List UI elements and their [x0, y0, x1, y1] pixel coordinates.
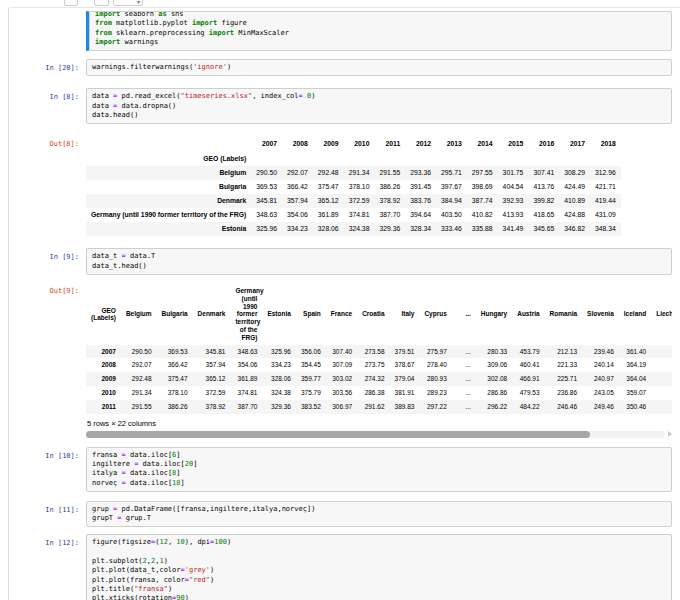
code-cell-in20[interactable]: In [20]: warnings.filterwarnings('ignore…	[9, 59, 680, 76]
code-line: from matplotlib.pyplot import figure	[95, 19, 666, 28]
input-prompt: In [20]:	[9, 59, 86, 73]
cell-type-dropdown[interactable]: ▾	[113, 0, 143, 6]
code-line: grup = pd.DataFrame([fransa,ingiltere,it…	[92, 505, 666, 514]
code-editor[interactable]: import seaborn as snsfrom matplotlib.pyp…	[89, 11, 672, 51]
cell-input-area: warnings.filterwarnings('ignore')	[86, 59, 672, 76]
code-line: plt.title("fransa")	[92, 585, 666, 594]
output-prompt: Out[8]:	[9, 135, 86, 149]
output-area: GEO (Labels)BelgiumBulgariaDenmarkGerman…	[86, 282, 672, 438]
code-editor[interactable]: data_t = data.Tdata_t.head()	[86, 248, 672, 275]
table-row: Denmark345.81357.94365.12372.59378.92383…	[86, 194, 621, 208]
output-area: 2007200820092010201120122013201420152016…	[86, 135, 672, 236]
cell-input-area: import seaborn as snsfrom matplotlib.pyp…	[86, 11, 672, 51]
code-line: data = data.dropna()	[92, 102, 666, 111]
scrollbar-thumb[interactable]	[86, 431, 590, 438]
code-line: plt.plot(fransa, color="red")	[92, 576, 666, 585]
scrollbar-track[interactable]	[86, 431, 665, 438]
code-line: data_t = data.T	[92, 252, 666, 261]
code-line: plt.plot(data_t,color='grey')	[92, 566, 666, 575]
chevron-down-icon: ▾	[137, 0, 140, 5]
code-line: italya = data.iloc[8]	[92, 469, 666, 478]
code-line: from sklearn.preprocessing import MinMax…	[95, 29, 666, 38]
code-line: data.head()	[92, 111, 666, 120]
horizontal-scrollbar	[86, 431, 672, 438]
code-line: norveç = data.iloc[18]	[92, 479, 666, 488]
input-prompt: In [9]:	[9, 248, 86, 262]
code-cell-imports[interactable]: import seaborn as snsfrom matplotlib.pyp…	[9, 11, 680, 51]
cell-input-area: data_t = data.Tdata_t.head()	[86, 248, 672, 275]
code-editor[interactable]: grup = pd.DataFrame([fransa,ingiltere,it…	[86, 501, 672, 528]
code-line: plt.xticks(rotation=90)	[92, 594, 666, 600]
output-prompt: Out[9]:	[9, 282, 86, 296]
code-line: data = pd.read_excel("timeseries.xlsx", …	[92, 92, 666, 101]
code-line: import warnings	[95, 38, 666, 47]
scroll-right-arrow-icon[interactable]	[668, 431, 672, 437]
output-cell-out8: Out[8]: 20072008200920102011201220132014…	[9, 135, 680, 236]
table-row: 2008292.07366.42357.94354.06334.23354.45…	[86, 358, 672, 372]
code-editor[interactable]: warnings.filterwarnings('ignore')	[86, 59, 672, 76]
table-row: 2011291.55386.26378.92387.70329.36383.52…	[86, 400, 672, 414]
toolbar-button-icon[interactable]	[64, 0, 78, 6]
code-line: plt.subplot(2,2,1)	[92, 557, 666, 566]
table-header-row: GEO (Labels)BelgiumBulgariaDenmarkGerman…	[86, 284, 672, 345]
code-line: ingiltere = data.iloc[20]	[92, 460, 666, 469]
code-cell-in8[interactable]: In [8]: data = pd.read_excel("timeseries…	[9, 88, 680, 124]
code-line	[92, 548, 666, 557]
output-cell-out9: Out[9]: GEO (Labels)BelgiumBulgariaDenma…	[9, 282, 680, 438]
code-line: warnings.filterwarnings('ignore')	[92, 63, 666, 72]
table-row: Bulgaria369.53366.42375.47378.10386.2639…	[86, 180, 621, 194]
dataframe-container: GEO (Labels)BelgiumBulgariaDenmarkGerman…	[86, 284, 672, 414]
toolbar-partial: ▾	[9, 0, 680, 8]
input-prompt: In [10]:	[9, 447, 86, 461]
table-row: 2009292.48375.47365.12361.89328.06359.77…	[86, 372, 672, 386]
dataframe-table: GEO (Labels)BelgiumBulgariaDenmarkGerman…	[86, 284, 672, 414]
table-row: Belgium290.50292.07292.48291.34291.55293…	[86, 166, 621, 180]
dataframe-container: 2007200820092010201120122013201420152016…	[86, 137, 672, 236]
table-row: Germany (until 1990 former territory of …	[86, 208, 621, 222]
table-row: 2010291.34378.10372.59374.81324.38375.79…	[86, 386, 672, 400]
code-line: figure(figsize=(12, 10), dpi=100)	[92, 538, 666, 547]
table-header-row: 2007200820092010201120122013201420152016…	[86, 137, 621, 151]
input-prompt: In [11]:	[9, 501, 86, 515]
cell-input-area: data = pd.read_excel("timeseries.xlsx", …	[86, 88, 672, 124]
code-cell-in12[interactable]: In [12]: figure(figsize=(12, 10), dpi=10…	[9, 534, 680, 600]
jupyter-notebook-window: ▾ import seaborn as snsfrom matplotlib.p…	[0, 0, 680, 600]
code-cell-in9[interactable]: In [9]: data_t = data.Tdata_t.head()	[9, 248, 680, 275]
table-row: Estonia325.96334.23328.06324.38329.36328…	[86, 222, 621, 236]
notebook-container: import seaborn as snsfrom matplotlib.pyp…	[8, 8, 680, 600]
code-line: fransa = data.iloc[6]	[92, 451, 666, 460]
code-line: grupT = grup.T	[92, 514, 666, 523]
code-cell-in10[interactable]: In [10]: fransa = data.iloc[6]ingiltere …	[9, 447, 680, 492]
code-editor[interactable]: fransa = data.iloc[6]ingiltere = data.il…	[86, 447, 672, 492]
input-prompt: In [12]:	[9, 534, 86, 548]
toolbar-button-icon[interactable]	[94, 0, 109, 6]
code-line: data_t.head()	[92, 262, 666, 271]
code-line: import seaborn as sns	[95, 11, 666, 19]
table-header-row: GEO (Labels)	[86, 152, 621, 166]
code-cell-in11[interactable]: In [11]: grup = pd.DataFrame([fransa,ing…	[9, 501, 680, 528]
cell-input-area: fransa = data.iloc[6]ingiltere = data.il…	[86, 447, 672, 492]
dataframe-shape-note: 5 rows × 22 columns	[87, 419, 672, 428]
cell-input-area: figure(figsize=(12, 10), dpi=100) plt.su…	[86, 534, 672, 600]
cell-input-area: grup = pd.DataFrame([fransa,ingiltere,it…	[86, 501, 672, 528]
table-row: 2007290.50369.53345.81348.63325.96356.06…	[86, 345, 672, 359]
input-prompt	[9, 11, 86, 16]
code-editor[interactable]: figure(figsize=(12, 10), dpi=100) plt.su…	[86, 534, 672, 600]
input-prompt: In [8]:	[9, 88, 86, 102]
code-editor[interactable]: data = pd.read_excel("timeseries.xlsx", …	[86, 88, 672, 124]
dataframe-table: 2007200820092010201120122013201420152016…	[86, 137, 621, 236]
